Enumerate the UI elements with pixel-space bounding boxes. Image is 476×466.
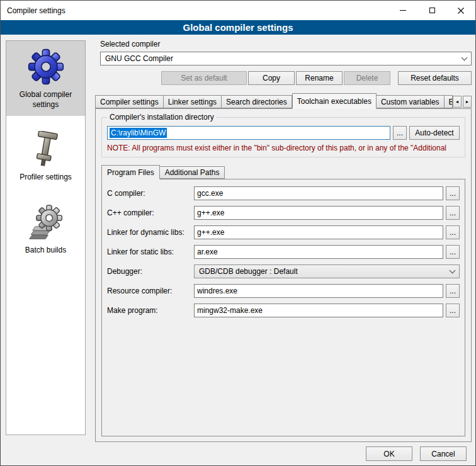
- sidebar-item-label: Global compiler settings: [8, 90, 83, 110]
- compiler-button-row: Set as default Copy Rename Delete Reset …: [100, 71, 472, 85]
- field-label: Linker for dynamic libs:: [107, 228, 194, 237]
- selected-compiler-dropdown[interactable]: GNU GCC Compiler: [100, 52, 472, 65]
- copy-button[interactable]: Copy: [248, 71, 295, 85]
- dynamic-linker-browse-button[interactable]: ...: [446, 225, 460, 239]
- program-tab-strip: Program Files Additional Paths: [101, 165, 465, 179]
- field-label: Make program:: [107, 306, 194, 315]
- field-row-c-compiler: C compiler: ...: [107, 186, 460, 200]
- installation-directory-group: Compiler's installation directory C:\ray…: [101, 117, 465, 157]
- install-dir-note: NOTE: All programs must exist either in …: [107, 144, 460, 152]
- auto-detect-button[interactable]: Auto-detect: [409, 126, 460, 140]
- settings-tab-strip: Compiler settings Linker settings Search…: [95, 93, 472, 108]
- delete-button[interactable]: Delete: [344, 71, 390, 85]
- tab-search-directories[interactable]: Search directories: [222, 95, 292, 108]
- window-title: Compiler settings: [1, 6, 65, 15]
- maximize-icon: [429, 8, 435, 13]
- sidebar-item-batch-builds[interactable]: Batch builds: [6, 196, 85, 262]
- tab-linker-settings[interactable]: Linker settings: [164, 95, 222, 108]
- tab-scroll-right-icon[interactable]: ►: [463, 96, 472, 108]
- selected-compiler-value: GNU GCC Compiler: [105, 54, 462, 63]
- close-icon: [458, 8, 464, 14]
- title-bar[interactable]: Compiler settings: [1, 1, 475, 20]
- tab-scroll-controls: ◄ ►: [453, 96, 472, 108]
- toolchain-executables-panel: Compiler's installation directory C:\ray…: [95, 108, 472, 442]
- tab-scroll-left-icon[interactable]: ◄: [453, 96, 462, 108]
- compiler-settings-dialog: Compiler settings Global compiler settin…: [0, 0, 476, 466]
- chevron-down-icon: [450, 268, 456, 274]
- field-label: C++ compiler:: [107, 208, 194, 217]
- c-compiler-browse-button[interactable]: ...: [446, 186, 460, 200]
- cpp-compiler-input[interactable]: [194, 206, 443, 220]
- chevron-down-icon: [462, 55, 468, 61]
- tab-program-files[interactable]: Program Files: [101, 165, 160, 179]
- gear-icon: [28, 48, 64, 85]
- field-label: Resource compiler:: [107, 287, 194, 295]
- sidebar-item-label: Batch builds: [25, 246, 66, 256]
- close-button[interactable]: [446, 1, 475, 20]
- program-files-panel: C compiler: ... C++ compiler: ... Linker…: [101, 179, 465, 436]
- make-program-input[interactable]: [194, 304, 443, 317]
- window-controls: [388, 1, 475, 20]
- maximize-button[interactable]: [417, 1, 446, 20]
- tab-additional-paths[interactable]: Additional Paths: [160, 166, 225, 179]
- cpp-compiler-browse-button[interactable]: ...: [446, 206, 460, 220]
- static-linker-browse-button[interactable]: ...: [446, 245, 460, 259]
- field-label: C compiler:: [107, 189, 194, 198]
- field-row-dynamic-linker: Linker for dynamic libs: ...: [107, 225, 460, 239]
- tab-custom-variables[interactable]: Custom variables: [377, 95, 445, 108]
- main-panel: Selected compiler GNU GCC Compiler Set a…: [95, 40, 472, 442]
- sidebar-item-label: Profiler settings: [20, 173, 72, 183]
- selected-compiler-label: Selected compiler: [100, 40, 472, 48]
- field-row-resource-compiler: Resource compiler: ...: [107, 284, 460, 298]
- field-row-cpp-compiler: C++ compiler: ...: [107, 206, 460, 220]
- field-row-static-linker: Linker for static libs: ...: [107, 245, 460, 259]
- ok-button[interactable]: OK: [366, 446, 412, 461]
- set-as-default-button[interactable]: Set as default: [161, 71, 247, 85]
- minimize-button[interactable]: [388, 1, 417, 20]
- static-linker-input[interactable]: [194, 245, 443, 259]
- resource-compiler-input[interactable]: [194, 284, 443, 298]
- installation-directory-group-title: Compiler's installation directory: [107, 113, 217, 122]
- field-label: Debugger:: [107, 267, 194, 276]
- install-dir-browse-button[interactable]: ...: [393, 126, 407, 140]
- cancel-button[interactable]: Cancel: [420, 446, 467, 461]
- install-dir-selected-text: C:\raylib\MinGW: [110, 128, 167, 138]
- installation-directory-row: C:\raylib\MinGW ... Auto-detect: [107, 126, 460, 140]
- c-compiler-input[interactable]: [194, 186, 443, 200]
- debugger-dropdown[interactable]: GDB/CDB debugger : Default: [194, 264, 460, 278]
- rename-button[interactable]: Rename: [296, 71, 343, 85]
- field-label: Linker for static libs:: [107, 247, 194, 256]
- page-title: Global compiler settings: [1, 20, 475, 35]
- dynamic-linker-input[interactable]: [194, 225, 443, 239]
- dialog-footer: OK Cancel: [366, 446, 467, 461]
- batch-builds-icon: [28, 204, 64, 241]
- make-program-browse-button[interactable]: ...: [446, 304, 460, 317]
- tab-compiler-settings[interactable]: Compiler settings: [95, 95, 164, 108]
- sidebar-item-profiler-settings[interactable]: Profiler settings: [6, 123, 85, 189]
- tab-toolchain-executables[interactable]: Toolchain executables: [292, 93, 377, 109]
- field-row-make-program: Make program: ...: [107, 304, 460, 317]
- tab-build-options[interactable]: Buil: [445, 95, 453, 108]
- install-dir-input[interactable]: C:\raylib\MinGW: [107, 126, 390, 140]
- profiler-tool-icon: [30, 131, 62, 168]
- field-row-debugger: Debugger: GDB/CDB debugger : Default: [107, 264, 460, 278]
- sidebar-item-global-compiler-settings[interactable]: Global compiler settings: [6, 41, 85, 116]
- minimize-icon: [400, 10, 406, 11]
- resource-compiler-browse-button[interactable]: ...: [446, 284, 460, 298]
- settings-category-list: Global compiler settings Profiler settin…: [6, 40, 86, 435]
- reset-defaults-button[interactable]: Reset defaults: [398, 71, 472, 85]
- debugger-value: GDB/CDB debugger : Default: [199, 267, 450, 276]
